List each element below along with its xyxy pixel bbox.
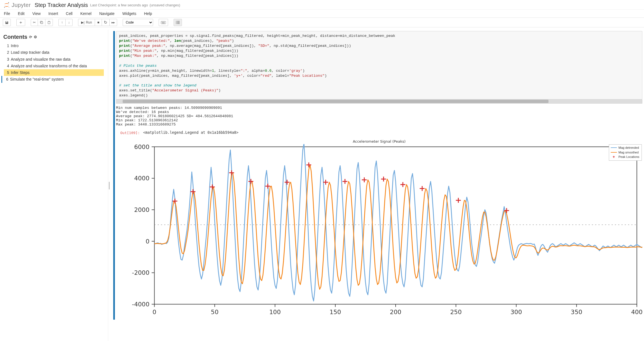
jupyter-logo[interactable]: Jupyter: [3, 2, 31, 8]
list-icon: [176, 21, 180, 24]
jupyter-icon: [3, 2, 10, 8]
run-button[interactable]: ▶| Run: [78, 19, 95, 26]
menu-insert[interactable]: Insert: [48, 11, 58, 16]
svg-rect-7: [161, 21, 166, 24]
menubar: FileEditViewInsertCellKernelNavigateWidg…: [0, 9, 644, 18]
svg-rect-11: [164, 22, 164, 22]
menu-view[interactable]: View: [32, 11, 41, 16]
svg-rect-12: [164, 22, 165, 22]
menu-kernel[interactable]: Kernel: [80, 11, 91, 16]
svg-point-2: [9, 7, 9, 8]
svg-rect-6: [49, 21, 50, 21]
interrupt-button[interactable]: ■: [95, 19, 102, 26]
notebook-title[interactable]: Step Tracker Analysis: [35, 2, 88, 8]
svg-rect-8: [162, 22, 162, 22]
cell-type-select[interactable]: Code: [123, 19, 153, 26]
svg-rect-17: [177, 22, 180, 23]
unsaved-label: (unsaved changes): [150, 3, 180, 7]
move-up-button[interactable]: ↑: [58, 19, 66, 26]
menu-help[interactable]: Help: [144, 11, 152, 16]
jupyter-logo-text: Jupyter: [12, 2, 31, 8]
paste-button[interactable]: [45, 19, 53, 26]
scissors-icon: ✂: [33, 20, 36, 24]
svg-point-0: [8, 2, 9, 3]
svg-rect-9: [162, 22, 163, 22]
checkpoint-label: Last Checkpoint: a few seconds ago: [90, 3, 148, 7]
header: Jupyter Step Tracker Analysis Last Check…: [0, 0, 644, 9]
keyboard-icon: [161, 21, 166, 24]
cut-button[interactable]: ✂: [31, 19, 38, 26]
restart-button[interactable]: ↻: [102, 19, 110, 26]
copy-icon: [40, 21, 43, 24]
menu-navigate[interactable]: Navigate: [99, 11, 114, 16]
svg-rect-19: [177, 23, 180, 24]
arrow-down-icon: ↓: [68, 20, 70, 24]
svg-rect-18: [176, 23, 177, 24]
restart-run-all-button[interactable]: ▸▸: [109, 19, 117, 26]
command-palette-button[interactable]: [159, 19, 168, 26]
stop-icon: ■: [97, 20, 99, 24]
toolbar: ＋ ✂ ↑ ↓ ▶| Run ■ ↻ ▸▸ Code: [0, 18, 644, 27]
svg-rect-10: [163, 22, 164, 22]
run-button-label: Run: [86, 20, 92, 24]
move-down-button[interactable]: ↓: [65, 19, 73, 26]
copy-button[interactable]: [38, 19, 45, 26]
paste-icon: [47, 21, 51, 24]
fast-forward-icon: ▸▸: [112, 20, 115, 24]
run-step-icon: ▶|: [81, 20, 84, 24]
menu-cell[interactable]: Cell: [66, 11, 73, 16]
save-button[interactable]: [3, 19, 11, 26]
svg-rect-14: [176, 21, 177, 22]
menu-file[interactable]: File: [4, 11, 10, 16]
svg-rect-16: [176, 22, 177, 23]
svg-rect-4: [41, 22, 43, 24]
svg-point-1: [4, 7, 5, 8]
save-icon: [5, 21, 9, 24]
toggle-toc-button[interactable]: [174, 19, 182, 26]
add-cell-button[interactable]: ＋: [16, 19, 25, 26]
svg-rect-13: [162, 23, 165, 23]
arrow-up-icon: ↑: [61, 20, 63, 24]
menu-edit[interactable]: Edit: [18, 11, 25, 16]
svg-rect-5: [48, 21, 50, 24]
menu-widgets[interactable]: Widgets: [122, 11, 136, 16]
svg-rect-15: [177, 21, 180, 22]
restart-icon: ↻: [104, 20, 107, 25]
